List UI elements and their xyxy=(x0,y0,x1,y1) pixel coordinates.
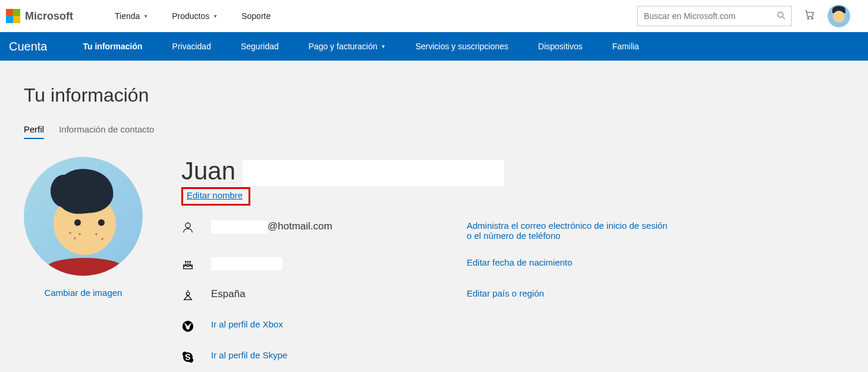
chevron-down-icon: ▼ xyxy=(213,14,218,19)
search-icon[interactable] xyxy=(777,11,785,21)
edit-name-highlight: Editar nombre xyxy=(181,187,250,206)
tab-perfil[interactable]: Perfil xyxy=(24,124,44,139)
microsoft-logo-text: Microsoft xyxy=(25,10,73,23)
profile-tabs: Perfil Información de contacto xyxy=(24,124,844,139)
birthdate-value xyxy=(211,257,467,270)
redacted-email-prefix xyxy=(211,220,268,234)
redacted-name xyxy=(243,160,504,186)
svg-point-4 xyxy=(185,223,190,228)
xbox-profile-link[interactable]: Ir al perfil de Xbox xyxy=(211,319,467,329)
redacted-birthdate xyxy=(211,257,282,270)
search-input[interactable] xyxy=(644,11,777,21)
skype-profile-link[interactable]: Ir al perfil de Skype xyxy=(211,350,467,360)
nav-pago-facturacion[interactable]: Pago y facturación ▼ xyxy=(309,42,386,51)
avatar[interactable] xyxy=(828,5,850,27)
svg-point-0 xyxy=(778,12,783,17)
nav-servicios[interactable]: Servicios y suscripciones xyxy=(416,42,508,51)
top-nav-bar: Microsoft Tienda ▼ Productos ▼ Soporte xyxy=(0,0,868,32)
xbox-icon xyxy=(181,319,211,333)
nav-dispositivos[interactable]: Dispositivos xyxy=(538,42,583,51)
svg-point-3 xyxy=(812,17,813,19)
country-value: España xyxy=(211,288,467,300)
top-nav-right xyxy=(637,5,862,27)
nav-seguridad[interactable]: Seguridad xyxy=(241,42,279,51)
account-nav-bar: Cuenta Tu información Privacidad Segurid… xyxy=(0,32,868,61)
profile-name: Juan xyxy=(181,157,844,186)
edit-name-link[interactable]: Editar nombre xyxy=(187,190,243,200)
profile-area: Cambiar de imagen Juan Editar nombre @ho… xyxy=(24,157,844,364)
change-image-link[interactable]: Cambiar de imagen xyxy=(45,288,122,298)
cart-icon[interactable] xyxy=(804,9,816,24)
search-box[interactable] xyxy=(637,6,792,26)
person-icon xyxy=(181,220,211,235)
skype-icon xyxy=(181,350,211,364)
top-nav-links: Tienda ▼ Productos ▼ Soporte xyxy=(115,11,271,21)
svg-point-10 xyxy=(187,261,188,262)
tab-informacion-contacto[interactable]: Información de contacto xyxy=(59,124,154,139)
profile-name-visible: Juan xyxy=(181,157,235,185)
nav-link-soporte[interactable]: Soporte xyxy=(241,11,271,21)
svg-point-11 xyxy=(190,261,190,262)
page-title: Tu información xyxy=(24,84,844,106)
cake-icon xyxy=(181,257,211,272)
location-icon xyxy=(181,288,211,302)
microsoft-logo-icon xyxy=(6,9,20,23)
account-label: Cuenta xyxy=(9,40,48,53)
avatar-section: Cambiar de imagen xyxy=(24,157,143,364)
chevron-down-icon: ▼ xyxy=(143,14,148,19)
svg-line-1 xyxy=(782,17,785,19)
nav-link-tienda[interactable]: Tienda ▼ xyxy=(115,11,148,21)
nav-tu-informacion[interactable]: Tu información xyxy=(83,42,143,51)
microsoft-logo[interactable]: Microsoft xyxy=(6,9,73,23)
manage-email-link[interactable]: Administra el correo electrónico de inic… xyxy=(467,220,669,241)
profile-info-grid: @hotmail.com Administra el correo electr… xyxy=(181,220,844,364)
edit-birthdate-link[interactable]: Editar fecha de nacimiento xyxy=(467,257,844,267)
svg-point-2 xyxy=(807,17,809,19)
page-content: Tu información Perfil Información de con… xyxy=(0,61,868,372)
chevron-down-icon: ▼ xyxy=(381,44,386,49)
avatar-large xyxy=(24,157,143,276)
nav-privacidad[interactable]: Privacidad xyxy=(172,42,211,51)
edit-country-link[interactable]: Editar país o región xyxy=(467,288,844,298)
nav-link-productos[interactable]: Productos ▼ xyxy=(172,11,218,21)
svg-point-9 xyxy=(185,261,186,262)
nav-familia[interactable]: Familia xyxy=(612,42,639,51)
account-nav-links: Tu información Privacidad Seguridad Pago… xyxy=(83,42,639,51)
profile-details: Juan Editar nombre @hotmail.com Administ… xyxy=(181,157,844,364)
email-value: @hotmail.com xyxy=(211,220,467,234)
